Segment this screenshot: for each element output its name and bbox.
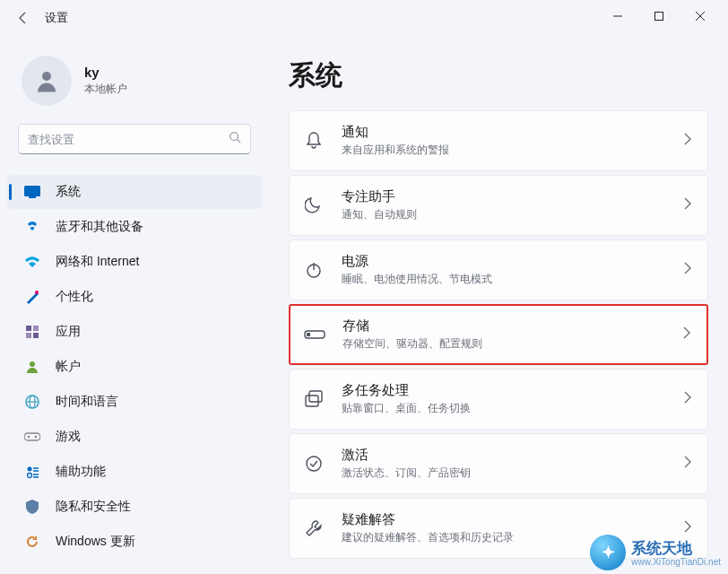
chevron-right-icon: [684, 391, 691, 407]
setting-title: 多任务处理: [342, 382, 684, 399]
back-button[interactable]: [7, 2, 39, 34]
setting-title: 疑难解答: [342, 511, 684, 528]
nav-list: 系统蓝牙和其他设备网络和 Internet个性化应用帐户时间和语言游戏辅助功能隐…: [0, 170, 269, 559]
nav-label: 帐户: [56, 359, 81, 375]
nav-icon: [23, 358, 41, 376]
watermark-logo: ✦: [590, 535, 626, 570]
sidebar-item-10[interactable]: Windows 更新: [7, 525, 262, 559]
svg-line-4: [238, 140, 241, 144]
search-input[interactable]: [28, 133, 229, 146]
sidebar-item-2[interactable]: 网络和 Internet: [7, 245, 262, 279]
settings-list: 通知 来自应用和系统的警报 专注助手 通知、自动规则 电源 睡眠、电池使用情况、…: [289, 110, 708, 559]
chevron-right-icon: [684, 456, 691, 472]
minimize-button[interactable]: [597, 2, 638, 30]
sidebar-item-0[interactable]: 系统: [7, 175, 262, 209]
sidebar-item-5[interactable]: 帐户: [7, 350, 262, 384]
svg-rect-10: [26, 333, 31, 338]
chevron-right-icon: [684, 262, 691, 278]
nav-icon: [23, 218, 41, 236]
page-title: 系统: [289, 57, 708, 94]
svg-rect-9: [33, 326, 39, 331]
search-box[interactable]: [18, 124, 251, 154]
svg-rect-24: [307, 333, 310, 336]
sidebar-item-9[interactable]: 隐私和安全性: [7, 490, 262, 524]
user-name: ky: [84, 65, 127, 80]
sidebar-item-3[interactable]: 个性化: [7, 280, 262, 314]
svg-rect-1: [655, 13, 663, 21]
svg-rect-11: [33, 333, 39, 338]
nav-icon: [23, 498, 41, 516]
svg-point-18: [35, 436, 38, 439]
nav-icon: [23, 393, 41, 411]
svg-rect-26: [306, 396, 318, 406]
svg-rect-5: [24, 186, 40, 196]
avatar: [22, 56, 72, 106]
maximize-button[interactable]: [638, 2, 680, 30]
setting-subtitle: 睡眠、电池使用情况、节电模式: [342, 272, 684, 287]
wrench-icon: [302, 517, 325, 540]
nav-icon: [23, 428, 41, 446]
bell-icon: [302, 129, 325, 152]
chevron-right-icon: [683, 326, 690, 343]
user-account-type: 本地帐户: [84, 82, 127, 97]
nav-label: 辅助功能: [56, 464, 106, 480]
chevron-right-icon: [684, 133, 691, 149]
moon-icon: [302, 194, 325, 217]
nav-label: 个性化: [56, 289, 93, 305]
nav-label: 系统: [56, 184, 81, 200]
watermark: ✦ 系统天地 www.XiTongTianDi.net: [590, 535, 721, 570]
setting-subtitle: 通知、自动规则: [342, 207, 684, 222]
nav-icon: [23, 253, 41, 271]
svg-point-12: [30, 361, 35, 367]
sidebar-item-7[interactable]: 游戏: [7, 420, 262, 454]
setting-title: 电源: [342, 253, 684, 270]
nav-label: 游戏: [56, 429, 81, 445]
setting-title: 存储: [342, 317, 683, 335]
nav-label: 应用: [56, 324, 81, 340]
power-icon: [302, 258, 325, 282]
svg-rect-25: [309, 391, 322, 402]
setting-check[interactable]: 激活 激活状态、订阅、产品密钥: [289, 433, 708, 494]
svg-point-2: [42, 72, 51, 81]
nav-label: 蓝牙和其他设备: [56, 219, 143, 235]
setting-moon[interactable]: 专注助手 通知、自动规则: [289, 175, 708, 236]
setting-multitask[interactable]: 多任务处理 贴靠窗口、桌面、任务切换: [289, 369, 708, 430]
svg-rect-6: [29, 196, 36, 198]
svg-rect-8: [26, 326, 31, 331]
setting-storage[interactable]: 存储 存储空间、驱动器、配置规则: [289, 304, 708, 365]
setting-title: 专注助手: [342, 188, 684, 205]
nav-label: 隐私和安全性: [56, 499, 131, 515]
search-icon: [229, 131, 241, 147]
sidebar-item-4[interactable]: 应用: [7, 315, 262, 349]
setting-title: 通知: [342, 124, 684, 141]
svg-point-3: [230, 133, 238, 141]
setting-subtitle: 激活状态、订阅、产品密钥: [342, 465, 684, 481]
storage-icon: [303, 323, 326, 346]
user-block[interactable]: ky 本地帐户: [0, 50, 269, 124]
titlebar-label: 设置: [45, 10, 68, 26]
svg-point-20: [28, 474, 32, 478]
sidebar-item-1[interactable]: 蓝牙和其他设备: [7, 210, 262, 244]
svg-point-19: [28, 467, 32, 472]
main-content: 系统 通知 来自应用和系统的警报 专注助手 通知、自动规则 电源 睡眠、电池使用…: [269, 36, 728, 574]
nav-label: 时间和语言: [56, 394, 118, 410]
nav-label: Windows 更新: [56, 534, 135, 550]
nav-label: 网络和 Internet: [56, 254, 139, 270]
setting-title: 激活: [342, 447, 684, 464]
sidebar-item-6[interactable]: 时间和语言: [7, 385, 262, 419]
svg-point-27: [307, 457, 321, 471]
setting-subtitle: 存储空间、驱动器、配置规则: [342, 336, 683, 352]
setting-power[interactable]: 电源 睡眠、电池使用情况、节电模式: [289, 239, 708, 300]
nav-icon: [23, 183, 41, 201]
svg-point-7: [35, 291, 39, 294]
setting-subtitle: 来自应用和系统的警报: [342, 143, 684, 158]
close-button[interactable]: [680, 2, 721, 30]
svg-rect-16: [24, 433, 40, 440]
svg-point-17: [28, 436, 30, 439]
nav-icon: [23, 288, 41, 306]
nav-icon: [23, 533, 41, 551]
sidebar-item-8[interactable]: 辅助功能: [7, 455, 262, 489]
chevron-right-icon: [684, 197, 691, 213]
setting-bell[interactable]: 通知 来自应用和系统的警报: [289, 110, 708, 171]
setting-subtitle: 贴靠窗口、桌面、任务切换: [342, 401, 684, 416]
